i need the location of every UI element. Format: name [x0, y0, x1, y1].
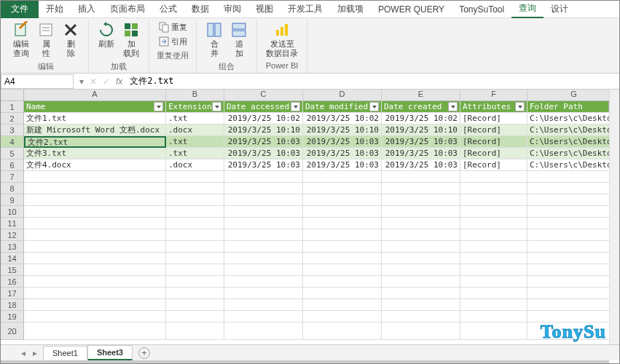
- cell[interactable]: [527, 206, 620, 218]
- cell[interactable]: [166, 288, 224, 299]
- cell[interactable]: C:\Users\c\Desktop\批: [527, 159, 620, 171]
- cell[interactable]: [303, 241, 382, 253]
- table-header-name[interactable]: Name: [24, 101, 166, 113]
- cell[interactable]: .txt: [166, 148, 224, 159]
- cell[interactable]: .docx: [166, 159, 224, 171]
- cell[interactable]: [460, 299, 527, 311]
- cell[interactable]: [24, 253, 166, 264]
- cell[interactable]: [224, 194, 303, 206]
- fx-label[interactable]: fx: [116, 76, 125, 87]
- cell[interactable]: [303, 253, 382, 264]
- cell[interactable]: [224, 183, 303, 194]
- cell[interactable]: C:\Users\c\Desktop\批: [527, 148, 620, 159]
- row-header[interactable]: 16: [1, 276, 24, 288]
- row-header[interactable]: 9: [1, 194, 24, 206]
- vertical-scrollbar[interactable]: [609, 90, 619, 346]
- table-header-date-accessed[interactable]: Date accessed: [224, 101, 303, 113]
- cell[interactable]: [460, 194, 527, 206]
- cell[interactable]: [460, 206, 527, 218]
- cell[interactable]: [224, 311, 303, 323]
- cell[interactable]: 2019/3/25 10:10: [382, 124, 460, 136]
- cell[interactable]: [224, 229, 303, 241]
- cell[interactable]: [24, 241, 166, 253]
- row-header[interactable]: 13: [1, 241, 24, 253]
- cell[interactable]: [Record]: [460, 159, 527, 171]
- menu-tab-页面布局[interactable]: 页面布局: [103, 1, 152, 18]
- cell[interactable]: 2019/3/25 10:03: [224, 136, 303, 148]
- cell[interactable]: [24, 288, 166, 299]
- cell[interactable]: 2019/3/25 10:02: [224, 113, 303, 124]
- row-header[interactable]: 5: [1, 148, 24, 159]
- horizontal-scrollbar[interactable]: [1, 360, 609, 363]
- table-header-date-created[interactable]: Date created: [382, 101, 460, 113]
- cell[interactable]: [166, 311, 224, 323]
- filter-button[interactable]: [291, 102, 300, 111]
- cell[interactable]: [460, 183, 527, 194]
- cell[interactable]: [166, 253, 224, 264]
- cell[interactable]: [24, 264, 166, 276]
- col-header-G[interactable]: G: [527, 90, 620, 101]
- sheet-tab-sheet3[interactable]: Sheet3: [87, 345, 133, 360]
- cell[interactable]: [527, 194, 620, 206]
- menu-tab-开发工具[interactable]: 开发工具: [280, 1, 330, 18]
- cell[interactable]: [224, 218, 303, 229]
- cell[interactable]: [382, 276, 460, 288]
- col-header-A[interactable]: A: [24, 90, 166, 101]
- cell[interactable]: [166, 299, 224, 311]
- select-all-corner[interactable]: [1, 90, 24, 101]
- menu-tab-审阅[interactable]: 审阅: [216, 1, 248, 18]
- cell[interactable]: [24, 311, 166, 323]
- cell[interactable]: C:\Users\c\Desktop\批: [527, 113, 620, 124]
- cell[interactable]: [382, 288, 460, 299]
- filter-button[interactable]: [515, 102, 525, 111]
- cell[interactable]: [166, 323, 224, 340]
- col-header-E[interactable]: E: [382, 90, 460, 101]
- row-header[interactable]: 14: [1, 253, 24, 264]
- filter-button[interactable]: [369, 102, 379, 111]
- row-header[interactable]: 19: [1, 311, 24, 323]
- menu-tab-公式[interactable]: 公式: [152, 1, 184, 18]
- cell[interactable]: [303, 183, 382, 194]
- row-header[interactable]: 3: [1, 124, 24, 136]
- cell[interactable]: [382, 206, 460, 218]
- cell[interactable]: 2019/3/25 10:03: [303, 148, 382, 159]
- cell[interactable]: [24, 194, 166, 206]
- cell[interactable]: [Record]: [460, 148, 527, 159]
- sheet-tab-sheet1[interactable]: Sheet1: [43, 346, 87, 360]
- cell[interactable]: [Record]: [460, 136, 527, 148]
- cell[interactable]: .txt: [166, 136, 224, 148]
- cell[interactable]: [382, 264, 460, 276]
- reference-button[interactable]: 引用: [155, 34, 190, 49]
- cell[interactable]: [460, 171, 527, 183]
- cell[interactable]: [382, 183, 460, 194]
- row-header[interactable]: 18: [1, 299, 24, 311]
- cell[interactable]: [224, 276, 303, 288]
- cell[interactable]: 文件4.docx: [24, 159, 166, 171]
- name-box[interactable]: [1, 74, 74, 89]
- cell[interactable]: [303, 171, 382, 183]
- row-header[interactable]: 7: [1, 171, 24, 183]
- edit-query-button[interactable]: 编辑 查询: [9, 20, 33, 60]
- cell[interactable]: [303, 229, 382, 241]
- cell[interactable]: 2019/3/25 10:10: [224, 124, 303, 136]
- sheet-nav-next-icon[interactable]: ▸: [33, 348, 37, 358]
- row-header[interactable]: 17: [1, 288, 24, 299]
- load-to-button[interactable]: 加 载到: [119, 20, 143, 60]
- cell[interactable]: [224, 206, 303, 218]
- menu-tab-查询[interactable]: 查询: [511, 1, 544, 18]
- cell[interactable]: [224, 171, 303, 183]
- row-header[interactable]: 10: [1, 206, 24, 218]
- cell[interactable]: [303, 194, 382, 206]
- cell[interactable]: [24, 183, 166, 194]
- menu-tab-power query[interactable]: POWER QUERY: [371, 1, 452, 18]
- cell[interactable]: [166, 241, 224, 253]
- cell[interactable]: 2019/3/25 10:02: [303, 113, 382, 124]
- cell[interactable]: [382, 299, 460, 311]
- cell[interactable]: 2019/3/25 10:03: [382, 148, 460, 159]
- cell[interactable]: [Record]: [460, 124, 527, 136]
- cell[interactable]: [Record]: [460, 113, 527, 124]
- cell[interactable]: [527, 183, 620, 194]
- cell[interactable]: [527, 288, 620, 299]
- dropdown-icon[interactable]: ▾: [79, 76, 84, 87]
- menu-tab-tonysutool[interactable]: TonySuTool: [452, 1, 511, 18]
